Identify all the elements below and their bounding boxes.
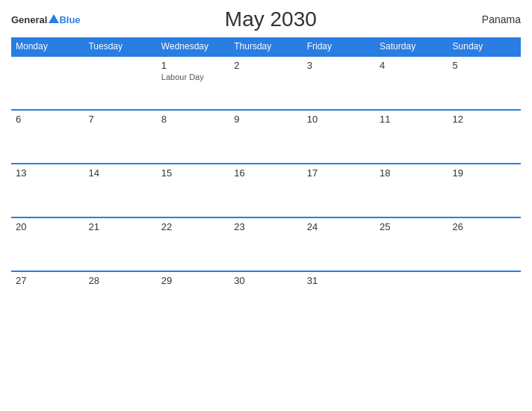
logo: General Blue — [11, 14, 81, 25]
calendar-cell: 13 — [11, 164, 84, 217]
calendar-week-1: 1Labour Day2345 — [11, 56, 521, 110]
calendar-cell — [448, 271, 521, 325]
calendar-table: Monday Tuesday Wednesday Thursday Friday… — [11, 37, 521, 325]
calendar-week-5: 2728293031 — [11, 271, 521, 325]
calendar-cell: 4 — [375, 56, 448, 110]
day-number: 28 — [88, 275, 152, 286]
day-number: 7 — [88, 114, 152, 125]
page: General Blue May 2030 Panama Monday Tues… — [0, 0, 532, 411]
calendar-week-2: 6789101112 — [11, 110, 521, 164]
calendar-cell: 24 — [303, 217, 375, 271]
day-number: 15 — [161, 167, 225, 179]
calendar-cell: 6 — [11, 110, 84, 164]
calendar-cell: 1Labour Day — [157, 56, 229, 110]
day-number: 16 — [234, 167, 297, 179]
calendar-cell: 14 — [84, 164, 156, 217]
day-number: 27 — [16, 275, 79, 286]
calendar-cell: 15 — [157, 164, 229, 217]
day-number: 25 — [380, 221, 443, 232]
calendar-cell: 26 — [448, 217, 521, 271]
calendar-cell: 18 — [375, 164, 448, 217]
calendar-cell: 3 — [303, 56, 375, 110]
day-number: 8 — [161, 114, 225, 125]
day-number: 26 — [453, 221, 516, 232]
calendar-header: General Blue May 2030 Panama — [11, 7, 521, 31]
header-saturday: Saturday — [375, 37, 448, 56]
logo-triangle-icon — [49, 14, 59, 23]
calendar-cell: 27 — [11, 271, 84, 325]
calendar-cell: 21 — [84, 217, 156, 271]
day-number: 13 — [16, 167, 79, 179]
day-number: 19 — [453, 167, 516, 179]
day-number: 14 — [88, 167, 152, 179]
calendar-cell — [11, 56, 84, 110]
calendar-cell: 2 — [229, 56, 302, 110]
calendar-cell: 19 — [448, 164, 521, 217]
calendar-title: May 2030 — [81, 7, 461, 31]
calendar-week-4: 20212223242526 — [11, 217, 521, 271]
holiday-label: Labour Day — [161, 72, 225, 81]
calendar-cell: 5 — [448, 56, 521, 110]
calendar-cell: 10 — [303, 110, 375, 164]
calendar-cell: 22 — [157, 217, 229, 271]
header-thursday: Thursday — [229, 37, 302, 56]
day-number: 6 — [16, 114, 79, 125]
day-number: 11 — [380, 114, 443, 125]
day-number: 9 — [234, 114, 297, 125]
calendar-cell: 31 — [303, 271, 375, 325]
calendar-cell: 29 — [157, 271, 229, 325]
calendar-cell: 11 — [375, 110, 448, 164]
calendar-cell: 23 — [229, 217, 302, 271]
day-number: 23 — [234, 221, 297, 232]
day-number: 31 — [307, 275, 371, 286]
calendar-cell: 28 — [84, 271, 156, 325]
day-number: 10 — [307, 114, 371, 125]
calendar-week-3: 13141516171819 — [11, 164, 521, 217]
calendar-cell: 20 — [11, 217, 84, 271]
day-number: 29 — [161, 275, 225, 286]
calendar-cell — [375, 271, 448, 325]
calendar-cell: 17 — [303, 164, 375, 217]
header-monday: Monday — [11, 37, 84, 56]
calendar-cell: 30 — [229, 271, 302, 325]
country-label: Panama — [461, 13, 521, 25]
day-number: 30 — [234, 275, 297, 286]
calendar-cell: 7 — [84, 110, 156, 164]
calendar-cell — [84, 56, 156, 110]
day-number: 24 — [307, 221, 371, 232]
day-number: 5 — [453, 60, 516, 71]
logo-general-text: General — [11, 15, 47, 25]
calendar-cell: 9 — [229, 110, 302, 164]
day-number: 1 — [161, 60, 225, 71]
day-number: 20 — [16, 221, 79, 232]
calendar-cell: 16 — [229, 164, 302, 217]
day-number: 12 — [453, 114, 516, 125]
header-friday: Friday — [303, 37, 375, 56]
weekday-header-row: Monday Tuesday Wednesday Thursday Friday… — [11, 37, 521, 56]
calendar-cell: 12 — [448, 110, 521, 164]
logo-blue-text: Blue — [59, 15, 80, 25]
calendar-cell: 8 — [157, 110, 229, 164]
day-number: 4 — [380, 60, 443, 71]
day-number: 21 — [88, 221, 152, 232]
day-number: 18 — [380, 167, 443, 179]
day-number: 2 — [234, 60, 297, 71]
header-tuesday: Tuesday — [84, 37, 156, 56]
day-number: 17 — [307, 167, 371, 179]
header-sunday: Sunday — [448, 37, 521, 56]
day-number: 3 — [307, 60, 371, 71]
header-wednesday: Wednesday — [157, 37, 229, 56]
calendar-cell: 25 — [375, 217, 448, 271]
day-number: 22 — [161, 221, 225, 232]
